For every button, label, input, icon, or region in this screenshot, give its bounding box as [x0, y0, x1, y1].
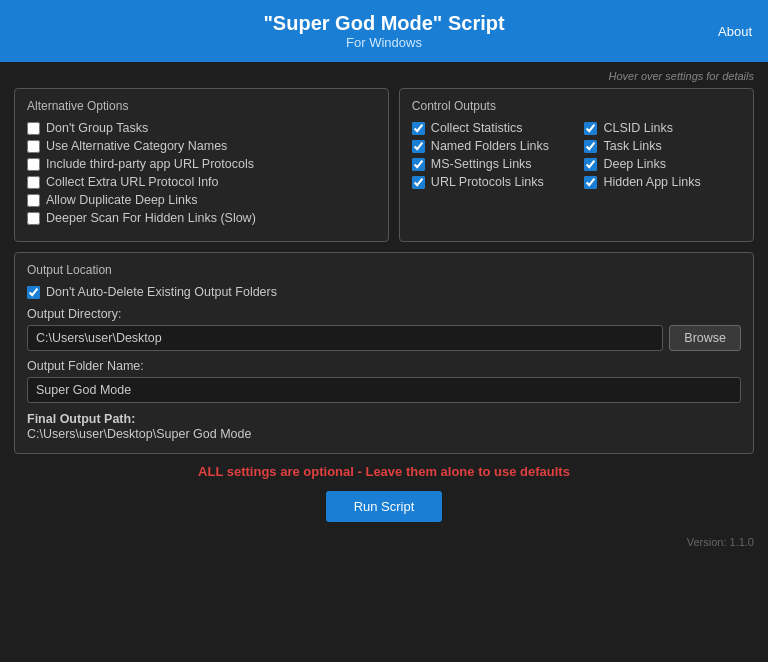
checkbox-task-links-input[interactable] [584, 140, 597, 153]
checkbox-task-links-label: Task Links [603, 139, 661, 153]
optional-note: ALL settings are optional - Leave them a… [14, 464, 754, 479]
checkbox-third-party[interactable]: Include third-party app URL Protocols [27, 157, 376, 171]
output-dir-row: Browse [27, 325, 741, 351]
checkbox-deeper-scan[interactable]: Deeper Scan For Hidden Links (Slow) [27, 211, 376, 225]
checkbox-alt-category[interactable]: Use Alternative Category Names [27, 139, 376, 153]
final-path-value: C:\Users\user\Desktop\Super God Mode [27, 427, 251, 441]
checkbox-named-folders[interactable]: Named Folders Links [412, 139, 569, 153]
final-path-block: Final Output Path: C:\Users\user\Desktop… [27, 411, 741, 441]
checkbox-clsid-links[interactable]: CLSID Links [584, 121, 741, 135]
checkbox-url-protocols-label: URL Protocols Links [431, 175, 544, 189]
checkbox-deeper-scan-input[interactable] [27, 212, 40, 225]
checkbox-allow-dup-label: Allow Duplicate Deep Links [46, 193, 197, 207]
checkbox-collect-stats-input[interactable] [412, 122, 425, 135]
checkbox-dont-group-label: Don't Group Tasks [46, 121, 148, 135]
checkbox-collect-stats-label: Collect Statistics [431, 121, 523, 135]
checkbox-collect-stats[interactable]: Collect Statistics [412, 121, 569, 135]
checkbox-hidden-app[interactable]: Hidden App Links [584, 175, 741, 189]
alt-options-panel: Alternative Options Don't Group Tasks Us… [14, 88, 389, 242]
checkbox-dont-auto-delete[interactable]: Don't Auto-Delete Existing Output Folder… [27, 285, 741, 299]
checkbox-collect-extra-label: Collect Extra URL Protocol Info [46, 175, 219, 189]
checkbox-alt-category-label: Use Alternative Category Names [46, 139, 227, 153]
checkbox-deep-links-label: Deep Links [603, 157, 666, 171]
control-outputs-panel: Control Outputs Collect Statistics Named… [399, 88, 754, 242]
checkbox-dont-group[interactable]: Don't Group Tasks [27, 121, 376, 135]
app-title: "Super God Mode" Script [263, 12, 504, 35]
control-col-1: Collect Statistics Named Folders Links M… [412, 121, 569, 193]
checkbox-collect-extra[interactable]: Collect Extra URL Protocol Info [27, 175, 376, 189]
control-outputs-title: Control Outputs [412, 99, 741, 113]
checkbox-hidden-app-label: Hidden App Links [603, 175, 700, 189]
output-dir-input[interactable] [27, 325, 663, 351]
checkbox-dont-auto-delete-label: Don't Auto-Delete Existing Output Folder… [46, 285, 277, 299]
version-text: Version: 1.1.0 [0, 530, 768, 552]
header-title-block: "Super God Mode" Script For Windows [263, 12, 504, 50]
hover-hint: Hover over settings for details [14, 70, 754, 82]
about-link[interactable]: About [718, 24, 752, 39]
app-body: Hover over settings for details Alternat… [0, 62, 768, 530]
app-subtitle: For Windows [263, 35, 504, 50]
checkbox-clsid-links-input[interactable] [584, 122, 597, 135]
control-columns: Collect Statistics Named Folders Links M… [412, 121, 741, 193]
checkbox-named-folders-label: Named Folders Links [431, 139, 549, 153]
checkbox-url-protocols[interactable]: URL Protocols Links [412, 175, 569, 189]
output-dir-label: Output Directory: [27, 307, 741, 321]
folder-name-label: Output Folder Name: [27, 359, 741, 373]
app-header: "Super God Mode" Script For Windows Abou… [0, 0, 768, 62]
checkbox-ms-settings-label: MS-Settings Links [431, 157, 532, 171]
checkbox-allow-dup-input[interactable] [27, 194, 40, 207]
folder-name-input[interactable] [27, 377, 741, 403]
output-location-panel: Output Location Don't Auto-Delete Existi… [14, 252, 754, 454]
checkbox-collect-extra-input[interactable] [27, 176, 40, 189]
checkbox-deep-links-input[interactable] [584, 158, 597, 171]
options-row: Alternative Options Don't Group Tasks Us… [14, 88, 754, 242]
checkbox-third-party-input[interactable] [27, 158, 40, 171]
checkbox-url-protocols-input[interactable] [412, 176, 425, 189]
checkbox-dont-group-input[interactable] [27, 122, 40, 135]
checkbox-ms-settings-input[interactable] [412, 158, 425, 171]
output-location-title: Output Location [27, 263, 741, 277]
run-script-button[interactable]: Run Script [326, 491, 443, 522]
alt-options-title: Alternative Options [27, 99, 376, 113]
checkbox-alt-category-input[interactable] [27, 140, 40, 153]
checkbox-deep-links[interactable]: Deep Links [584, 157, 741, 171]
checkbox-third-party-label: Include third-party app URL Protocols [46, 157, 254, 171]
checkbox-named-folders-input[interactable] [412, 140, 425, 153]
checkbox-allow-dup[interactable]: Allow Duplicate Deep Links [27, 193, 376, 207]
checkbox-deeper-scan-label: Deeper Scan For Hidden Links (Slow) [46, 211, 256, 225]
browse-button[interactable]: Browse [669, 325, 741, 351]
checkbox-ms-settings[interactable]: MS-Settings Links [412, 157, 569, 171]
bottom-area: ALL settings are optional - Leave them a… [14, 464, 754, 522]
control-col-2: CLSID Links Task Links Deep Links Hidden… [584, 121, 741, 193]
checkbox-hidden-app-input[interactable] [584, 176, 597, 189]
checkbox-dont-auto-delete-input[interactable] [27, 286, 40, 299]
checkbox-clsid-links-label: CLSID Links [603, 121, 672, 135]
checkbox-task-links[interactable]: Task Links [584, 139, 741, 153]
final-path-label: Final Output Path: [27, 412, 135, 426]
